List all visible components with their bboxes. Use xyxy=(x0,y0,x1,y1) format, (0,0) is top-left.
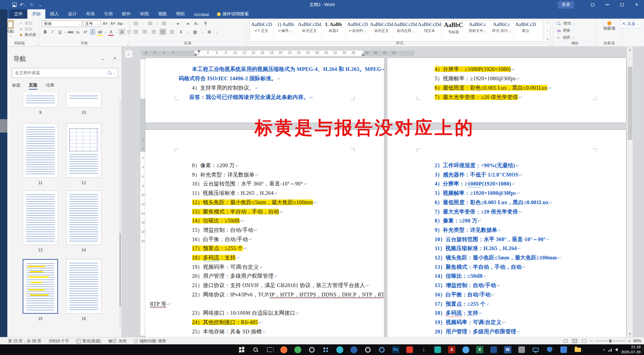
doc-line[interactable]: 码格式符合 ISO/IEC 14496-2 国际标准。↵ xyxy=(179,75,281,82)
print-layout-button[interactable] xyxy=(571,338,578,344)
doc-line[interactable]: 6）最低照度：彩色≤0.005 Lux，黑白≤0.001Lux↵ xyxy=(435,199,553,206)
select-button[interactable]: ▷选择⌄ xyxy=(557,35,575,40)
document-page-14[interactable]: 4）分辨率：≥1080P(1920×1080)↵5）视频帧率：≥1920×108… xyxy=(387,58,626,123)
format-painter-button[interactable]: ◆格式刷 xyxy=(19,32,36,38)
web-layout-button[interactable] xyxy=(581,338,587,344)
doc-line[interactable]: 9）补光类型：详见数据单↵ xyxy=(435,227,502,234)
document-scrollbar[interactable]: ▲ ▼ xyxy=(627,47,633,337)
shading-button[interactable]: ▨ xyxy=(192,29,198,35)
scroll-down-icon[interactable]: ▼ xyxy=(627,331,633,337)
doc-line[interactable]: 4）支持常用的控制协议。↵ xyxy=(192,85,259,92)
scrollbar-thumb[interactable] xyxy=(628,67,632,140)
doc-line[interactable]: 4）分辨率：≥1080P(1920×1080)↵ xyxy=(435,66,515,73)
paragraph-dialog-launcher[interactable]: ⌟ xyxy=(244,42,245,46)
taskbar-icon-app-gray[interactable] xyxy=(515,345,528,355)
line-spacing-button[interactable]: ⇕ xyxy=(178,29,184,35)
justify-button[interactable] xyxy=(160,29,166,35)
taskbar-icon-file-explorer[interactable] xyxy=(571,345,584,355)
tray-expand-icon[interactable]: ˄ xyxy=(603,348,605,352)
thumbnail-page-11[interactable] xyxy=(23,123,58,178)
taskbar-icon-firefox[interactable] xyxy=(277,345,290,355)
undo-button[interactable]: ↶⌄ xyxy=(19,0,27,9)
doc-line[interactable]: 3）感光器件：不低于 1/2.8″CMOS↵ xyxy=(435,172,523,178)
ribbon-tab-布局[interactable]: 布局 xyxy=(81,9,99,19)
doc-line[interactable]: 22）网络协议：IPv4/IPv6，TCP/IP，HTTP，HTTPS，DDNS… xyxy=(192,291,384,298)
bullets-button[interactable] xyxy=(133,20,139,27)
read-mode-button[interactable] xyxy=(562,338,569,344)
navigation-collapse-icon[interactable]: ⌄ xyxy=(101,56,104,61)
taskbar-icon-app-grid[interactable] xyxy=(319,345,332,355)
ribbon-display-options-button[interactable] xyxy=(585,0,600,9)
doc-line[interactable]: 19）视频码率：可调/自定义↵ xyxy=(435,319,506,326)
taskbar-icon-app-green[interactable] xyxy=(291,345,304,355)
replace-button[interactable]: ab替换 xyxy=(557,28,575,33)
word-count[interactable]: 20916 个字 xyxy=(49,338,69,344)
doc-line[interactable]: 8）像素：≥200 万↵ xyxy=(435,217,482,224)
doc-line[interactable]: 20）用户管理：多级用户权限管理↵ xyxy=(435,328,521,335)
doc-line[interactable]: 5）视频帧率：≥1920×1080@30fps↵ xyxy=(435,190,520,197)
style-item-标书正文[interactable]: AaBbCcDd标书正文 xyxy=(298,20,322,41)
style-item-节标题[interactable]: AaBbC节标题 xyxy=(442,20,466,41)
thumbnail-page-16[interactable] xyxy=(66,259,101,314)
taskbar-icon-app-darkblue[interactable] xyxy=(487,345,500,355)
clipboard-dialog-launcher[interactable]: ⌟ xyxy=(37,42,38,46)
thumbnail-page-13[interactable] xyxy=(23,190,58,245)
doc-line[interactable]: 17）预置点：≥255 个↵ xyxy=(192,245,247,252)
text-highlight-button[interactable]: ab xyxy=(97,29,103,35)
style-item-表内左两[interactable]: AaBbCcDdEe表内左两... xyxy=(394,20,418,41)
doc-line[interactable]: 9）补光类型：详见数据单↵ xyxy=(192,172,259,178)
thumbnail-page-9[interactable] xyxy=(23,92,58,108)
ribbon-tab-设计[interactable]: 设计 xyxy=(63,9,81,19)
doc-line[interactable]: 18）多码流：支持↵ xyxy=(435,310,483,317)
distribute-button[interactable] xyxy=(169,29,175,35)
doc-line[interactable]: 17）预置点：≥255 个↵ xyxy=(435,301,490,308)
ribbon-tab-Acrobat[interactable]: Acrobat xyxy=(189,10,214,19)
bold-button[interactable]: B xyxy=(42,29,48,35)
maximize-button[interactable] xyxy=(615,0,629,9)
taskbar-icon-browser-globe[interactable] xyxy=(375,345,388,355)
style-item-编号[interactable]: 1) AaBb↵编号,... xyxy=(274,20,298,41)
taskbar-icon-acrobat[interactable]: A xyxy=(445,345,458,355)
nav-tab-页面[interactable]: 页面 xyxy=(29,83,37,90)
doc-line[interactable]: 13）聚焦模式：半自动，手动，自动↵ xyxy=(192,208,283,215)
ribbon-tab-邮件[interactable]: 邮件 xyxy=(117,9,135,19)
doc-line[interactable]: 10）云台旋转范围：水平 360°，垂直-10°～90°↵ xyxy=(192,180,307,187)
thumbnail-page-12[interactable] xyxy=(66,123,101,178)
doc-line[interactable]: 15）增益控制：自动/手动↵ xyxy=(435,282,501,289)
taskbar-icon-word[interactable]: W xyxy=(501,345,514,355)
character-shading-button[interactable]: A xyxy=(119,29,125,35)
zoom-in-button[interactable]: + xyxy=(628,339,631,344)
cut-button[interactable]: ✂剪切 xyxy=(19,21,36,26)
taskbar-clock[interactable]: 21:18 2025-07-29 xyxy=(621,345,641,355)
font-size-select[interactable]: 五号⌄ xyxy=(83,20,101,27)
document-page-13[interactable]: 本工程工业电视系统采用的视频压缩格式为 MPEG-4、H.264 和 H.265… xyxy=(145,58,384,123)
ribbon-tab-插入[interactable]: 插入 xyxy=(45,9,63,19)
search-icon[interactable] xyxy=(108,71,112,75)
document-page-16[interactable]: 2）工作环境湿度：<90%(无凝结)↵3）感光器件：不低于 1/2.8″CMOS… xyxy=(387,130,626,337)
strikethrough-button[interactable]: abc xyxy=(68,29,74,35)
save-button[interactable] xyxy=(10,0,19,9)
sign-in-button[interactable]: 登录 xyxy=(558,1,574,9)
doc-line[interactable]: 16）白平衡：自动/手动↵ xyxy=(435,291,495,298)
close-button[interactable]: × xyxy=(629,0,644,9)
tell-me-box[interactable]: 操作说明搜索 xyxy=(214,9,252,19)
doc-line[interactable]: 6）最低照度：彩色≤0.005 Lux，黑白≤0.001Lux↵ xyxy=(435,85,552,92)
style-item-纯文本[interactable]: AaBbCcDd纯文本 xyxy=(418,20,442,41)
taskbar-icon-remote-desktop[interactable] xyxy=(529,345,542,355)
style-item-T正文[interactable]: AaBbCcD↵T 正文 xyxy=(250,20,274,41)
font-dialog-launcher[interactable]: ⌟ xyxy=(127,42,128,46)
doc-line[interactable]: 14）信噪比：≥50dB↵ xyxy=(192,217,244,224)
style-item-表内列[interactable]: AaBbCcD↵表内列... xyxy=(346,20,370,41)
ribbon-tab-帮助[interactable]: 帮助 xyxy=(171,9,189,19)
style-item-表内正文[interactable]: AaBbCcDd表内正文 xyxy=(370,20,394,41)
nav-tab-标题[interactable]: 标题 xyxy=(12,83,20,90)
ribbon-tab-开始[interactable]: 开始 xyxy=(27,9,45,19)
taskbar-icon-app-blue[interactable] xyxy=(557,345,570,355)
navigation-scrollbar[interactable] xyxy=(119,100,121,330)
doc-line[interactable]: 14）信噪比：≥50dB↵ xyxy=(435,273,487,280)
doc-line[interactable]: 11）视频压缩标准：H.265，H.264↵ xyxy=(435,245,521,252)
addins-button[interactable]: 加载项 xyxy=(597,20,622,31)
proofing-status[interactable]: ✓英语(美国) xyxy=(76,338,101,344)
doc-line[interactable]: 25）本地存储：具备 SD 插槽↵ xyxy=(192,328,266,335)
styles-dialog-launcher[interactable]: ⌟ xyxy=(551,42,552,46)
